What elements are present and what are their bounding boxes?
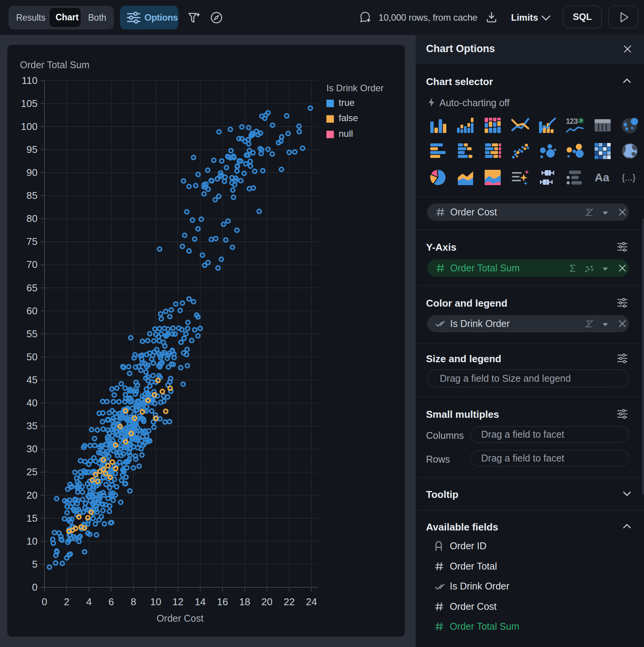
svg-text:null: null xyxy=(339,128,353,139)
svg-text:65: 65 xyxy=(26,282,38,294)
svg-text:30: 30 xyxy=(26,443,38,455)
svg-text:85: 85 xyxy=(26,190,38,201)
svg-text:0: 0 xyxy=(42,596,47,608)
svg-text:Aa: Aa xyxy=(595,171,610,184)
svg-text:20: 20 xyxy=(26,489,38,501)
svg-text:35: 35 xyxy=(26,420,38,432)
svg-text:10: 10 xyxy=(150,596,161,608)
svg-text:0: 0 xyxy=(32,581,38,593)
svg-text:Order Total Sum: Order Total Sum xyxy=(20,59,90,70)
svg-text:45: 45 xyxy=(26,374,38,386)
svg-text:2: 2 xyxy=(64,596,69,608)
svg-text:5: 5 xyxy=(32,558,38,570)
svg-text:20: 20 xyxy=(261,596,272,608)
svg-text:22: 22 xyxy=(283,596,295,608)
svg-text:70: 70 xyxy=(26,259,38,270)
svg-text:Order Cost: Order Cost xyxy=(157,613,203,624)
svg-text:6: 6 xyxy=(108,596,114,608)
svg-text:15: 15 xyxy=(26,512,38,524)
svg-text:10: 10 xyxy=(26,535,38,547)
svg-text:25: 25 xyxy=(26,466,38,478)
svg-text:{...}: {...} xyxy=(622,172,636,182)
svg-text:14: 14 xyxy=(195,596,206,608)
svg-text:50: 50 xyxy=(26,351,38,363)
svg-text:false: false xyxy=(339,113,358,123)
svg-text:80: 80 xyxy=(26,213,38,224)
svg-text:60: 60 xyxy=(26,305,38,317)
svg-text:true: true xyxy=(339,97,354,108)
svg-text:18: 18 xyxy=(239,596,250,608)
svg-text:105: 105 xyxy=(21,98,38,109)
svg-text:Is Drink Order: Is Drink Order xyxy=(326,83,383,93)
svg-text:100: 100 xyxy=(21,121,38,132)
svg-text:95: 95 xyxy=(26,144,38,155)
svg-text:16: 16 xyxy=(217,596,228,608)
svg-text:8: 8 xyxy=(131,596,136,608)
svg-text:24: 24 xyxy=(306,596,317,608)
svg-text:110: 110 xyxy=(22,75,38,86)
svg-text:123: 123 xyxy=(566,117,578,125)
svg-text:75: 75 xyxy=(26,236,38,247)
svg-text:55: 55 xyxy=(26,328,38,340)
svg-text:12: 12 xyxy=(172,596,184,608)
svg-text:4: 4 xyxy=(86,596,92,608)
svg-text:40: 40 xyxy=(26,397,38,409)
svg-text:90: 90 xyxy=(26,167,38,178)
